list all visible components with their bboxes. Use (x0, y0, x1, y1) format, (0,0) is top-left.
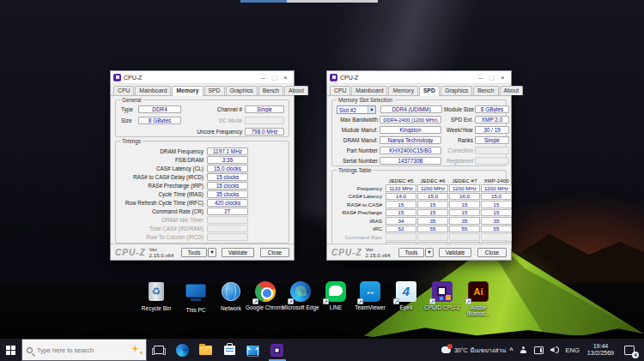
table-cell (481, 233, 512, 241)
tray-user-button[interactable] (517, 339, 531, 361)
start-button[interactable] (0, 339, 21, 361)
uncore-value: 798.0 MHz (245, 128, 284, 135)
desktop-icon-cpuz[interactable]: ↗ CPUID CPU-Z (422, 280, 462, 310)
icon-label: CPUID CPU-Z (422, 304, 462, 310)
tab-cpu[interactable]: CPU (113, 86, 134, 95)
tools-dropdown-button[interactable]: ▼ (425, 248, 434, 257)
taskbar-clock[interactable]: 19:44 13/2/2569 (583, 343, 618, 357)
minimize-button[interactable]: – (475, 74, 486, 81)
tab-bench[interactable]: Bench (473, 86, 498, 95)
this-pc-icon (185, 284, 206, 298)
close-window-button[interactable]: Close (477, 248, 507, 257)
tab-graphics[interactable]: Graphics (440, 86, 472, 95)
desktop-icon-eye4[interactable]: 4↗ Eye4 (386, 280, 426, 310)
tab-spd[interactable]: SPD (419, 86, 440, 96)
table-cell (386, 233, 416, 241)
tab-mainboard[interactable]: Mainboard (135, 86, 171, 95)
desktop-icon-row: ♻ Recycle Bin This PC Network ↗ Google C… (0, 280, 644, 325)
task-view-button[interactable] (147, 339, 171, 361)
dc-mode-label: DC Mode (195, 117, 245, 123)
cpuz-logo: CPU-Z (331, 248, 362, 257)
tab-memory[interactable]: Memory (172, 86, 203, 96)
table-cell: 1200 MHz (417, 184, 448, 192)
network-status-icon (534, 346, 544, 354)
timings-table: JEDEC #5 JEDEC #6 JEDEC #7 XMP-2400 Freq… (332, 171, 506, 251)
tab-cpu[interactable]: CPU (330, 86, 350, 95)
title-bar[interactable]: CPU-Z – ▢ × (327, 71, 511, 84)
desktop-icon-illustrator[interactable]: Ai↗ Adobe Illustrat... (459, 280, 498, 316)
title-bar[interactable]: CPU-Z – ▢ × (111, 71, 294, 84)
shortcut-arrow-icon: ↗ (393, 298, 399, 304)
channel-label: Channel # (195, 106, 245, 112)
table-cell: 15 (481, 201, 512, 208)
tab-bar: CPU Mainboard Memory SPD Graphics Bench … (327, 84, 511, 96)
max-bandwidth-value: DDR4-2400 (1200 MHz) (380, 116, 441, 123)
tab-spd[interactable]: SPD (204, 86, 225, 95)
hidden-icons-chevron[interactable]: ^ (506, 339, 516, 361)
table-cell: 15 (386, 201, 416, 208)
window-footer: CPU-Z Ver. 2.15.0.x64 Tools ▼ Validate C… (327, 244, 511, 260)
tools-button[interactable]: Tools (181, 248, 207, 257)
desktop: ♻ Recycle Bin This PC Network ↗ Google C… (0, 0, 644, 361)
desktop-icon-this-pc[interactable]: This PC (176, 280, 216, 313)
timing-value: 15 clocks (207, 182, 248, 190)
minimize-button[interactable]: – (258, 74, 269, 81)
desktop-icon-recycle-bin[interactable]: ♻ Recycle Bin (137, 280, 176, 311)
desktop-icon-teamviewer[interactable]: ↔↗ TeamViewer (350, 280, 390, 310)
shortcut-arrow-icon: ↗ (252, 298, 258, 304)
action-center-button[interactable]: 4 (618, 339, 641, 361)
language-indicator[interactable]: ENG (562, 339, 583, 361)
close-button[interactable]: × (497, 74, 508, 81)
shortcut-arrow-icon: ↗ (429, 298, 435, 304)
week-year-value: 30 / 19 (475, 126, 509, 134)
correction-value (475, 147, 509, 154)
tools-button[interactable]: Tools (398, 248, 424, 257)
clock-date: 13/2/2569 (587, 350, 614, 357)
maximize-button: ▢ (269, 74, 280, 81)
timing-row: DRAM Idle Timer (116, 215, 289, 224)
tools-dropdown-button[interactable]: ▼ (208, 248, 216, 257)
table-cell: 15 (449, 201, 480, 208)
taskbar-cpuz-button[interactable] (264, 339, 289, 361)
tab-about[interactable]: About (500, 86, 524, 95)
taskbar-mail-button[interactable] (241, 339, 265, 361)
slot-select[interactable]: Slot #2 ▼ (337, 105, 376, 114)
tray-volume-button[interactable] (547, 339, 562, 361)
offscreen-window-edge-blue (240, 0, 287, 3)
desktop-icon-edge[interactable]: ↗ Microsoft Edge (281, 280, 320, 310)
close-window-button[interactable]: Close (260, 248, 289, 257)
search-input[interactable] (37, 346, 118, 354)
taskbar-weather[interactable]: 30°C มีเมฆบางส่วน (441, 346, 506, 355)
spd-ext-value: XMP 2.0 (475, 116, 509, 123)
validate-button[interactable]: Validate (439, 248, 471, 257)
taskbar-store-button[interactable] (217, 339, 241, 361)
table-cell (449, 233, 480, 241)
tab-about[interactable]: About (284, 86, 308, 95)
speaker-wave-icon (556, 346, 559, 353)
table-cell: 14.0 (386, 193, 416, 201)
tab-bench[interactable]: Bench (258, 86, 283, 95)
icon-label: Microsoft Edge (281, 304, 320, 310)
size-value: 8 GBytes (138, 117, 181, 124)
icon-label: Eye4 (386, 304, 426, 310)
desktop-icon-chrome[interactable]: ↗ Google Chrome (246, 280, 285, 310)
taskbar-edge-button[interactable] (170, 339, 194, 361)
version-text: Ver. 2.15.0.x64 (366, 246, 398, 258)
timing-value: 15.0 clocks (207, 165, 248, 172)
tab-mainboard[interactable]: Mainboard (351, 86, 387, 95)
combo-arrow-icon[interactable]: ▼ (368, 106, 375, 113)
timing-value: 35 clocks (207, 190, 248, 198)
timings-group: Timings DRAM Frequency1197.1 MHz FSB:DRA… (115, 141, 289, 244)
table-cell: 1200 MHz (449, 184, 480, 192)
tab-memory[interactable]: Memory (388, 86, 418, 95)
taskbar-explorer-button[interactable] (194, 339, 218, 361)
taskbar-search[interactable] (21, 339, 147, 361)
search-icon (27, 347, 33, 353)
validate-button[interactable]: Validate (222, 248, 254, 257)
copilot-sparkle-icon (139, 351, 143, 355)
tray-network-button[interactable] (531, 339, 547, 361)
close-button[interactable]: × (280, 74, 291, 81)
cpuz-titlebar-icon (113, 74, 121, 81)
tab-graphics[interactable]: Graphics (226, 86, 258, 95)
file-explorer-icon (199, 346, 212, 355)
